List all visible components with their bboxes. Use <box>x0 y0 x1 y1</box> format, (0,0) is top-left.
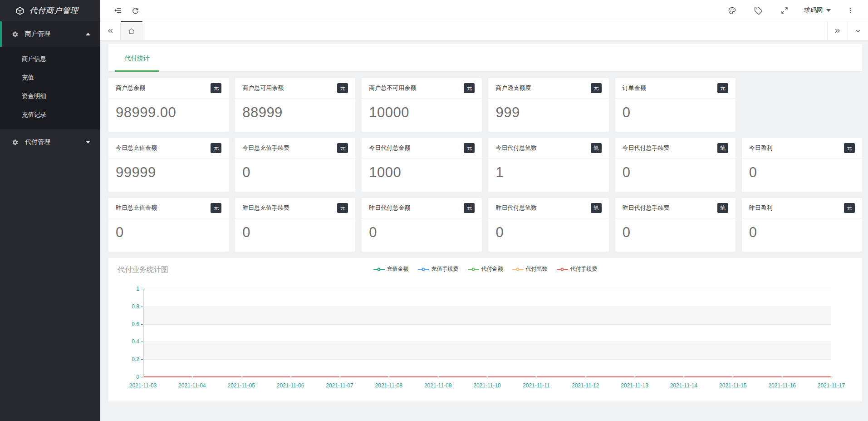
sidebar-item-merchant-info[interactable]: 商户信息 <box>0 50 100 68</box>
chart-panel: 代付业务统计图 充值金额充值手续费代付金额代付笔数代付手续费 00.20.40.… <box>108 258 862 401</box>
chart-plot-area: 00.20.40.60.81 <box>143 289 831 377</box>
y-axis-tick <box>141 324 143 325</box>
y-axis-tick <box>141 289 143 289</box>
fullscreen-icon[interactable] <box>776 4 793 17</box>
legend-item[interactable]: 充值金额 <box>373 265 409 273</box>
home-tab[interactable] <box>121 21 142 40</box>
legend-label: 充值金额 <box>387 265 409 273</box>
legend-marker-icon <box>373 269 385 270</box>
legend-marker-icon <box>468 269 479 270</box>
tabs-scroll-right-icon[interactable] <box>827 21 848 40</box>
stat-card-value: 0 <box>235 218 355 252</box>
stat-card-label: 今日代付总金额 <box>369 144 410 152</box>
stat-card: 商户透支额度元999 <box>488 78 608 132</box>
unit-badge: 笔 <box>717 143 728 153</box>
x-axis-label: 2021-11-15 <box>719 382 747 389</box>
stat-card: 今日代付总笔数笔1 <box>488 138 608 192</box>
content-tabstrip: 代付统计 <box>108 44 862 72</box>
tab-payment-statistics[interactable]: 代付统计 <box>120 54 154 71</box>
y-axis-label: 0 <box>136 374 139 380</box>
data-point-marker <box>732 376 734 378</box>
sidebar-item-recharge[interactable]: 充值 <box>0 68 100 87</box>
tabs-scroll-left-icon[interactable] <box>100 21 121 40</box>
stat-cards: 商户总余额元98999.00商户总可用余额元88999商户总不可用余额元1000… <box>108 78 862 252</box>
legend-marker-icon <box>557 269 568 270</box>
stat-card-value: 0 <box>235 158 355 192</box>
unit-badge: 元 <box>844 203 855 213</box>
unit-badge: 元 <box>591 83 602 93</box>
stat-card-row: 今日总充值金额元99999今日总充值手续费元0今日代付总金额元1000今日代付总… <box>108 138 862 192</box>
plot-band <box>143 307 831 324</box>
stat-card: 今日代付总手续费笔0 <box>615 138 736 192</box>
gridline <box>143 307 831 307</box>
legend-item[interactable]: 代付金额 <box>468 265 503 273</box>
data-point-marker <box>486 376 489 378</box>
x-axis-label: 2021-11-07 <box>326 382 353 389</box>
y-axis-tick <box>141 307 143 307</box>
x-axis-label: 2021-11-12 <box>572 382 599 389</box>
sidebar-item-label: 商户管理 <box>25 30 86 38</box>
stat-card-value: 99999 <box>108 158 229 192</box>
stat-card-label: 昨日盈利 <box>749 204 773 212</box>
user-menu[interactable]: 求码网 <box>802 6 833 15</box>
sidebar-item-recharge-record[interactable]: 充值记录 <box>0 105 100 124</box>
refresh-icon[interactable] <box>127 4 144 17</box>
x-axis-label: 2021-11-09 <box>424 382 452 389</box>
stat-card-value: 0 <box>488 218 608 252</box>
tabs-menu-chevron-icon[interactable] <box>848 21 868 40</box>
stat-card-label: 昨日总充值手续费 <box>242 204 289 212</box>
stat-card-label: 商户总可用余额 <box>242 84 284 92</box>
menu-fold-icon[interactable] <box>109 4 127 17</box>
stat-card-value: 98999.00 <box>108 99 229 132</box>
sidebar-submenu: 商户信息 充值 资金明细 充值记录 <box>0 47 100 129</box>
x-axis-label: 2021-11-05 <box>227 382 255 389</box>
chart-x-axis-labels: 2021-11-032021-11-042021-11-052021-11-06… <box>143 382 831 390</box>
stat-card-label: 今日总充值金额 <box>116 144 157 152</box>
stat-card-label: 昨日代付总笔数 <box>495 204 537 212</box>
unit-badge: 元 <box>211 83 221 93</box>
sidebar-nav: 商户管理 商户信息 充值 资金明细 充值记录 代付管理 <box>0 21 100 155</box>
sidebar-item-fund-detail[interactable]: 资金明细 <box>0 87 100 105</box>
sidebar: 代付商户管理 商户管理 商户信息 充值 资金明细 充值记录 <box>0 0 100 421</box>
y-axis-label: 0.2 <box>132 356 139 362</box>
unit-badge: 笔 <box>591 203 602 213</box>
gridline <box>143 324 831 325</box>
stat-card-label: 订单金额 <box>623 84 646 92</box>
legend-item[interactable]: 代付手续费 <box>557 265 598 273</box>
stat-card-value: 0 <box>742 218 862 252</box>
gridline <box>143 359 831 360</box>
app-title: 代付商户管理 <box>29 5 78 16</box>
sidebar-item-payment-management[interactable]: 代付管理 <box>0 129 100 155</box>
stat-card-label: 昨日总充值金额 <box>116 204 157 212</box>
stat-card-value: 1 <box>488 158 608 192</box>
legend-item[interactable]: 代付笔数 <box>512 265 548 273</box>
data-point-marker <box>142 376 145 378</box>
legend-item[interactable]: 充值手续费 <box>418 265 459 273</box>
unit-badge: 元 <box>464 203 475 213</box>
x-axis-label: 2021-11-10 <box>473 382 501 389</box>
x-axis-label: 2021-11-11 <box>523 382 550 389</box>
main-area: 求码网 <box>100 0 868 421</box>
stat-card-label: 商户总不可用余额 <box>369 84 416 92</box>
stat-card-label: 商户透支额度 <box>495 84 531 92</box>
x-axis-label: 2021-11-14 <box>670 382 698 389</box>
user-menu-label: 求码网 <box>804 6 823 15</box>
more-vertical-icon[interactable] <box>842 4 859 17</box>
unit-badge: 元 <box>337 203 348 213</box>
stat-card-label: 商户总余额 <box>116 84 145 92</box>
sidebar-item-merchant-management[interactable]: 商户管理 <box>0 21 100 47</box>
tag-icon[interactable] <box>750 4 767 17</box>
unit-badge: 元 <box>337 83 348 93</box>
data-point-marker <box>191 376 194 378</box>
stat-card-value: 0 <box>615 158 736 192</box>
palette-icon[interactable] <box>723 4 740 17</box>
legend-label: 代付手续费 <box>570 265 598 273</box>
stat-card: 昨日总充值金额元0 <box>108 198 229 252</box>
data-point-marker <box>339 376 341 378</box>
toolbar-right: 求码网 <box>723 4 859 17</box>
legend-label: 充值手续费 <box>432 265 459 273</box>
stat-card: 昨日代付总笔数笔0 <box>488 198 608 252</box>
data-point-marker <box>289 376 292 378</box>
stat-card: 今日总充值手续费元0 <box>235 138 355 192</box>
x-axis-label: 2021-11-13 <box>621 382 648 389</box>
